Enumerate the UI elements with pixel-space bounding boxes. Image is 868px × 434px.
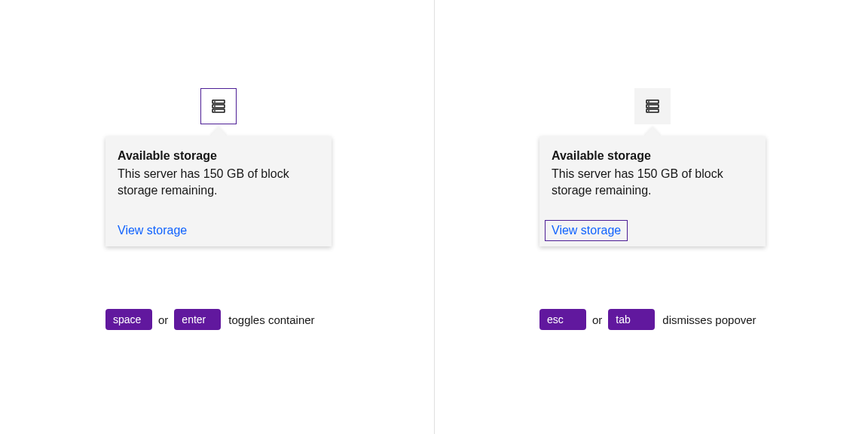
keyboard-legend: space or enter toggles container	[105, 309, 315, 330]
popover: Available storage This server has 150 GB…	[105, 136, 332, 246]
popover-body: This server has 150 GB of block storage …	[552, 166, 753, 200]
server-icon	[211, 99, 226, 114]
popover-trigger-button[interactable]	[634, 88, 671, 124]
svg-point-5	[214, 110, 215, 112]
popover-body: This server has 150 GB of block storage …	[118, 166, 319, 200]
key-space: space	[105, 309, 152, 330]
svg-point-3	[214, 101, 215, 102]
key-tab: tab	[608, 309, 655, 330]
popover-title: Available storage	[118, 148, 319, 164]
example-panel-right: Available storage This server has 150 GB…	[434, 0, 868, 434]
view-storage-link[interactable]: View storage	[118, 224, 187, 237]
popover: Available storage This server has 150 GB…	[539, 136, 766, 246]
legend-text: toggles container	[228, 313, 314, 326]
legend-or: or	[158, 313, 168, 326]
example-panel-left: Available storage This server has 150 GB…	[0, 0, 434, 434]
popover-title: Available storage	[552, 148, 753, 164]
view-storage-link[interactable]: View storage	[549, 224, 624, 237]
popover-trigger-button[interactable]	[200, 88, 237, 124]
key-enter: enter	[174, 309, 221, 330]
key-esc: esc	[539, 309, 586, 330]
legend-or: or	[592, 313, 602, 326]
svg-point-11	[648, 110, 649, 112]
svg-point-10	[648, 105, 649, 107]
server-icon	[645, 99, 660, 114]
svg-point-9	[648, 101, 649, 102]
svg-point-4	[214, 105, 215, 107]
keyboard-legend: esc or tab dismisses popover	[539, 309, 756, 330]
legend-text: dismisses popover	[662, 313, 756, 326]
